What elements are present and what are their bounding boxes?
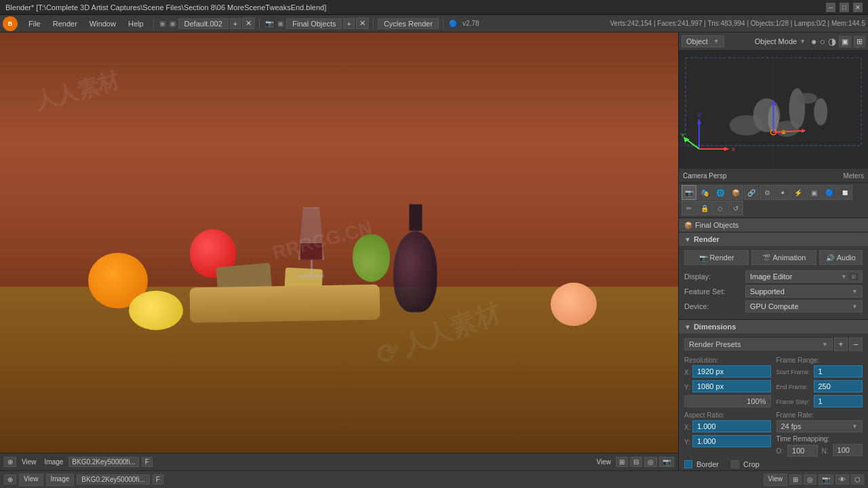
prop-icon-constraints[interactable]: 🔗	[744, 185, 759, 200]
aspect-y-input[interactable]: 1.000	[692, 435, 771, 447]
presets-remove-btn[interactable]: –	[849, 338, 863, 351]
prop-icon-misc[interactable]: ◇	[713, 201, 728, 216]
bottom-view-menu[interactable]: View	[19, 474, 43, 486]
menu-render[interactable]: Render	[47, 18, 83, 29]
menu-separator-1	[153, 18, 154, 29]
prop-icon-render[interactable]: 📷	[682, 185, 696, 200]
aspect-y-label: Y:	[684, 439, 692, 446]
camera-btn[interactable]: 📷	[659, 457, 674, 467]
prop-icon-scene[interactable]: 🎭	[697, 185, 712, 200]
device-selector[interactable]: GPU Compute ▼	[745, 300, 863, 312]
close-button[interactable]: ✕	[853, 3, 863, 12]
prop-icon-particles[interactable]: ✦	[775, 185, 790, 200]
prop-icon-texture[interactable]: 🔲	[837, 185, 852, 200]
presets-add-btn[interactable]: +	[834, 338, 848, 351]
view-add-btn[interactable]: +	[343, 18, 354, 29]
prop-icon-physics[interactable]: ⚡	[791, 185, 806, 200]
prop-icon-modifiers[interactable]: ⚙	[760, 185, 774, 200]
prop-icon-world[interactable]: 🌐	[713, 185, 728, 200]
menu-file[interactable]: File	[23, 18, 46, 29]
bottom-node-btn[interactable]: ⬡	[851, 474, 864, 485]
end-frame-row: End Frame: 250	[776, 380, 863, 394]
view-menu-btn[interactable]: View	[19, 458, 39, 466]
display-open-btn[interactable]: ⊞	[850, 273, 858, 280]
dim-section-menu[interactable]: ≡	[859, 323, 863, 331]
menu-help[interactable]: Help	[123, 18, 149, 29]
view-mode-btn[interactable]: ⊞	[854, 36, 865, 47]
frame-rate-selector[interactable]: 24 fps ▼	[776, 420, 863, 432]
feature-set-selector[interactable]: Supported ▼	[745, 285, 863, 298]
viewport-panel[interactable]: 人人素材 RRRCG.CN ⟳ 人人素材 ⊕ View Image BKG0.2…	[0, 33, 678, 470]
bottom-view2-menu[interactable]: View	[764, 474, 788, 486]
display-value-selector[interactable]: Image Editor ▼ ⊞	[745, 270, 863, 283]
dim-collapse-icon: ▼	[684, 323, 691, 331]
object-mode-selector[interactable]: Object ▼	[682, 35, 724, 47]
animation-button[interactable]: 🎬 Animation	[751, 250, 816, 265]
end-frame-input[interactable]: 250	[814, 380, 863, 392]
maximize-button[interactable]: □	[840, 3, 849, 12]
aspect-framerate-row: Aspect Ratio: X: 1.000 Y: 1.000	[684, 411, 863, 458]
menu-window[interactable]: Window	[84, 18, 121, 29]
minimize-button[interactable]: –	[826, 3, 835, 12]
bottom-zoom-btn[interactable]: ⊞	[789, 474, 802, 485]
global-icon[interactable]: ⊕	[4, 457, 16, 467]
prop-icon-data[interactable]: ▣	[806, 185, 821, 200]
res-y-input[interactable]: 1080 px	[692, 380, 771, 392]
device-label: Device:	[684, 302, 745, 310]
feature-set-arrow: ▼	[852, 288, 858, 295]
wine-glass	[298, 207, 324, 282]
view2-menu-btn[interactable]: View	[594, 458, 614, 466]
crop-label: Crop	[743, 460, 760, 468]
workspace-add-btn[interactable]: +	[230, 18, 241, 29]
frame-step-input[interactable]: 1	[814, 395, 863, 407]
res-percent-field[interactable]: 100%	[684, 395, 771, 407]
prop-icon-brush[interactable]: ✏	[682, 201, 696, 216]
crop-checkbox[interactable]	[731, 460, 739, 468]
bottom-icon-btn[interactable]: ⊕	[4, 474, 16, 485]
aspect-x-input[interactable]: 1.000	[692, 420, 771, 432]
properties-scroll: ▼ Render ≡ 📷 Render 🎬 Animatio	[679, 232, 868, 470]
bottom-flag-btn[interactable]: F	[153, 474, 163, 485]
bottom-eye-btn[interactable]: 👁	[835, 474, 849, 485]
bottom-camera-btn2[interactable]: 📷	[818, 474, 833, 485]
prop-icon-material[interactable]: 🔵	[822, 185, 837, 200]
render-presets-selector[interactable]: Render Presets ▼	[684, 338, 833, 350]
title-text: Blender* [T:\Complete 3D Artist Captures…	[5, 3, 326, 12]
time-remap-label: Time Remapping:	[776, 435, 863, 443]
aspect-x-value: 1.000	[697, 422, 716, 430]
anim-btn-icon: 🎬	[762, 254, 770, 262]
obj-pear	[353, 235, 390, 282]
presets-arrow: ▼	[822, 341, 828, 348]
screen-icon2: ▣	[168, 20, 177, 27]
res-x-row: X: 1920 px	[684, 365, 771, 379]
render-section-header[interactable]: ▼ Render ≡	[679, 232, 868, 246]
flag-btn[interactable]: F	[142, 457, 153, 467]
time-o-input[interactable]: 100	[787, 445, 817, 457]
audio-btn-icon: 🔊	[826, 254, 834, 262]
prop-icon-misc2[interactable]: ↺	[728, 201, 743, 216]
mini-scene-svg: Z X Y	[679, 51, 868, 169]
bottom-image-menu[interactable]: Image	[46, 474, 75, 486]
bottom-render-btn[interactable]: ◎	[804, 474, 816, 485]
image-menu-btn[interactable]: Image	[42, 458, 66, 466]
render-section-label: Render	[694, 235, 719, 243]
workspace-close-btn[interactable]: ✕	[242, 18, 255, 29]
resolution-header: Resolution:	[684, 357, 771, 364]
res-x-input[interactable]: 1920 px	[692, 365, 771, 378]
render-preview-btn[interactable]: ◎	[644, 457, 657, 467]
render-mode-btn[interactable]: ▣	[839, 36, 851, 47]
prop-icon-scripting[interactable]: 🔒	[697, 201, 712, 216]
zoom-fit-btn[interactable]: ⊞	[616, 457, 628, 467]
time-n-input[interactable]: 100	[833, 444, 863, 456]
svg-text:Y: Y	[681, 132, 685, 138]
zoom-mode-btn[interactable]: ⊟	[630, 457, 642, 467]
prop-icon-object[interactable]: 📦	[728, 185, 743, 200]
audio-button[interactable]: 🔊 Audio	[819, 250, 863, 265]
dimensions-section-header[interactable]: ▼ Dimensions ≡	[679, 320, 868, 333]
render-button[interactable]: 📷 Render	[684, 250, 749, 265]
time-remapping-group: Time Remapping: O: 100 N: 100	[776, 435, 863, 458]
view-close-btn[interactable]: ✕	[356, 18, 369, 29]
render-section-menu[interactable]: ≡	[859, 236, 863, 243]
border-checkbox[interactable]	[684, 460, 692, 468]
start-frame-input[interactable]: 1	[814, 365, 863, 378]
